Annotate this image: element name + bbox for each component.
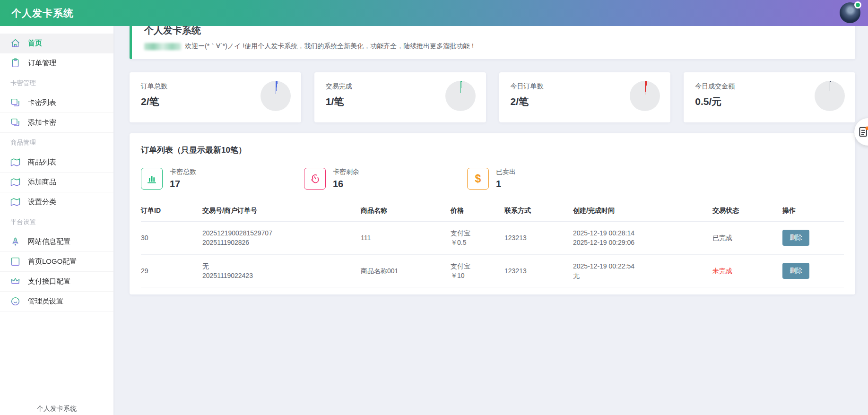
mini-stat-label: 卡密总数 (170, 168, 196, 176)
col-product-name: 商品名称 (361, 201, 451, 222)
mini-stat-remaining-keys: 卡密剩余 16 (304, 168, 467, 190)
mini-stat-value: 16 (333, 179, 359, 190)
cell-price: 支付宝 ￥10 (451, 254, 504, 287)
sidebar-item-logo-config[interactable]: 首页LOGO配置 (0, 252, 113, 272)
home-icon (10, 38, 20, 48)
orders-panel: 订单列表（只显示最新10笔） 卡密总数 17 卡密剩余 16 (130, 133, 855, 294)
crown-icon (10, 277, 20, 286)
copy-icon (10, 118, 20, 128)
bar-chart-icon (141, 168, 163, 190)
cell-product-name: 111 (361, 222, 451, 255)
col-order-id: 订单ID (141, 201, 202, 222)
cell-product-name: 商品名称001 (361, 254, 451, 287)
cell-contact: 123213 (504, 254, 573, 287)
cell-order-id: 29 (141, 254, 202, 287)
sidebar-item-label: 网站信息配置 (28, 237, 70, 246)
main-content: 个人发卡系统 欢迎ー(*｀∀´*)ノイ !使用个人发卡系统，我们的系统全新美化，… (113, 0, 868, 294)
sidebar-item-add-product[interactable]: 添加商品 (0, 173, 113, 192)
mini-stat-value: 17 (170, 179, 196, 190)
copy-icon (10, 98, 20, 108)
mini-stat-label: 卡密剩余 (333, 168, 359, 176)
card-key-stats-row: 卡密总数 17 卡密剩余 16 $ 已卖出 1 (141, 168, 844, 190)
cell-time: 2025-12-19 00:22:54 无 (573, 254, 712, 287)
sidebar-item-payment-config[interactable]: 支付接口配置 (0, 272, 113, 292)
pie-chart (260, 81, 291, 111)
stat-card-today-amount: 今日成交金额 0.5/元 (684, 72, 855, 122)
sidebar-item-label: 支付接口配置 (28, 277, 70, 286)
sidebar-section-card-management: 卡密管理 (0, 73, 113, 93)
col-trade-status: 交易状态 (712, 201, 782, 222)
smile-icon (10, 296, 20, 306)
cell-trade-no: 2025121900281529707 2025111902826 (202, 222, 361, 255)
stat-card-total-orders: 订单总数 2/笔 (130, 72, 301, 122)
notes-icon (858, 126, 868, 138)
welcome-title: 个人发卡系统 (144, 24, 843, 37)
sidebar: 首页 订单管理 卡密管理 卡密列表 添加卡密 商品管理 商品列表 添加商品 (0, 26, 113, 415)
mini-stat-total-keys: 卡密总数 17 (141, 168, 304, 190)
sidebar-section-platform-settings: 平台设置 (0, 212, 113, 232)
sidebar-item-label: 管理员设置 (28, 297, 63, 306)
blurred-username (144, 43, 181, 50)
sidebar-item-admin-settings[interactable]: 管理员设置 (0, 292, 113, 311)
cell-price: 支付宝 ￥0.5 (451, 222, 504, 255)
cell-order-id: 30 (141, 222, 202, 255)
orders-table: 订单ID 交易号/商户订单号 商品名称 价格 联系方式 创建/完成时间 交易状态… (141, 201, 844, 287)
pie-chart (630, 81, 660, 111)
sidebar-item-product-list[interactable]: 商品列表 (0, 153, 113, 173)
sidebar-item-label: 订单管理 (28, 59, 56, 68)
col-actions: 操作 (782, 201, 844, 222)
sidebar-item-card-list[interactable]: 卡密列表 (0, 93, 113, 113)
pie-chart (445, 81, 476, 111)
sidebar-item-order-management[interactable]: 订单管理 (0, 53, 113, 73)
delete-button[interactable]: 删除 (782, 263, 809, 279)
mini-stat-label: 已卖出 (496, 168, 516, 176)
layout-icon (10, 257, 20, 267)
user-avatar[interactable] (840, 2, 860, 23)
sidebar-item-label: 添加卡密 (28, 118, 56, 127)
status-badge: 未完成 (712, 254, 782, 287)
dollar-icon: $ (467, 168, 489, 190)
col-price: 价格 (451, 201, 504, 222)
sidebar-item-label: 卡密列表 (28, 98, 56, 107)
pie-chart (815, 81, 845, 111)
clipboard-icon (10, 58, 20, 68)
map-icon (10, 157, 20, 167)
mini-stat-sold: $ 已卖出 1 (467, 168, 630, 190)
cell-time: 2025-12-19 00:28:14 2025-12-19 00:29:06 (573, 222, 712, 255)
sidebar-section-product-management: 商品管理 (0, 133, 113, 153)
col-contact: 联系方式 (504, 201, 573, 222)
welcome-message-text: 欢迎ー(*｀∀´*)ノイ !使用个人发卡系统，我们的系统全新美化，功能齐全，陆续… (185, 42, 476, 51)
stat-card-completed-trades: 交易完成 1/笔 (314, 72, 486, 122)
status-badge: 已完成 (712, 222, 782, 255)
orders-panel-title: 订单列表（只显示最新10笔） (141, 145, 844, 156)
sidebar-item-add-card[interactable]: 添加卡密 (0, 113, 113, 133)
sidebar-item-home[interactable]: 首页 (0, 34, 113, 53)
table-header-row: 订单ID 交易号/商户订单号 商品名称 价格 联系方式 创建/完成时间 交易状态… (141, 201, 844, 222)
table-row: 29 无 20251119022423 商品名称001 支付宝 ￥10 1232… (141, 254, 844, 287)
online-status-dot (854, 1, 861, 9)
stat-card-today-orders: 今日订单数 2/笔 (499, 72, 671, 122)
map-icon (10, 197, 20, 207)
col-create-complete-time: 创建/完成时间 (573, 201, 712, 222)
sidebar-item-label: 设置分类 (28, 198, 56, 207)
cell-trade-no: 无 20251119022423 (202, 254, 361, 287)
app-title: 个人发卡系统 (0, 7, 74, 20)
delete-button[interactable]: 删除 (782, 230, 809, 246)
table-row: 30 2025121900281529707 2025111902826 111… (141, 222, 844, 255)
mini-stat-value: 1 (496, 179, 516, 190)
sidebar-item-site-info-config[interactable]: 网站信息配置 (0, 232, 113, 252)
welcome-message: 欢迎ー(*｀∀´*)ノイ !使用个人发卡系统，我们的系统全新美化，功能齐全，陆续… (144, 42, 843, 51)
sidebar-footer-title: 个人发卡系统 (0, 405, 113, 413)
swipe-hand-icon (304, 168, 326, 190)
sidebar-item-label: 首页 (28, 39, 42, 48)
app-header: 个人发卡系统 (0, 0, 868, 26)
cell-contact: 123213 (504, 222, 573, 255)
map-icon (10, 177, 20, 187)
rocket-icon (10, 237, 20, 247)
sidebar-item-set-category[interactable]: 设置分类 (0, 192, 113, 212)
sidebar-item-label: 首页LOGO配置 (28, 257, 77, 266)
stat-cards-row: 订单总数 2/笔 交易完成 1/笔 今日订单数 2/笔 今日成交金额 0.5/元 (130, 72, 855, 122)
cell-actions: 删除 (782, 254, 844, 287)
sidebar-item-label: 商品列表 (28, 158, 56, 167)
cell-actions: 删除 (782, 222, 844, 255)
